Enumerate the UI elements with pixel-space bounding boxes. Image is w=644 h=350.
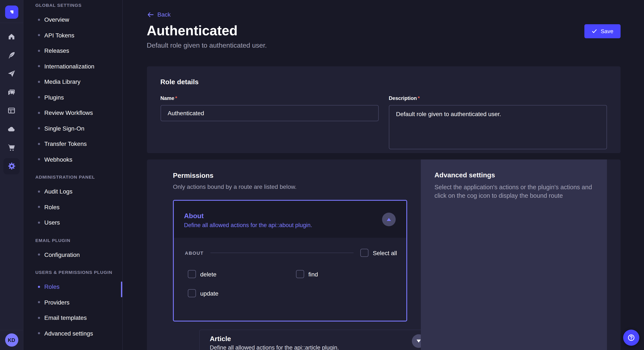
required-asterisk: * bbox=[175, 95, 177, 101]
media-library-icon[interactable] bbox=[7, 88, 16, 96]
accordion-article-subtitle: Define all allowed actions for the api::… bbox=[210, 345, 423, 350]
save-button[interactable]: Save bbox=[584, 24, 620, 38]
collapse-button[interactable] bbox=[382, 213, 396, 226]
strapi-logo[interactable] bbox=[5, 5, 18, 19]
question-mark-icon bbox=[627, 334, 636, 342]
role-details-card: Role details Name* Description* Default … bbox=[147, 66, 620, 153]
advanced-settings-title: Advanced settings bbox=[434, 172, 593, 179]
subnav-section-administration-panel: ADMINISTRATION PANEL bbox=[24, 174, 122, 180]
accordion-about: About Define all allowed actions for the… bbox=[173, 200, 407, 322]
permissions-subtitle: Only actions bound by a route are listed… bbox=[173, 183, 407, 190]
sidebar-item-email-templates[interactable]: Email templates bbox=[24, 310, 122, 326]
feather-icon[interactable] bbox=[7, 51, 16, 59]
select-all-label: Select all bbox=[373, 249, 397, 256]
select-all-checkbox[interactable] bbox=[360, 249, 368, 257]
update-label: update bbox=[200, 290, 218, 297]
role-details-title: Role details bbox=[160, 78, 607, 86]
group-divider bbox=[210, 253, 354, 253]
subnav-section-users-permissions-plugin: USERS & PERMISSIONS PLUGIN bbox=[24, 269, 122, 276]
bullet-icon bbox=[38, 301, 40, 303]
sidebar-item-api-tokens[interactable]: API Tokens bbox=[24, 27, 122, 43]
strapi-logo-icon bbox=[8, 8, 16, 16]
sidebar-item-review-workflows[interactable]: Review Workflows bbox=[24, 105, 122, 121]
bullet-icon bbox=[38, 206, 40, 208]
chevron-down-icon bbox=[416, 339, 421, 343]
name-field[interactable] bbox=[160, 105, 379, 121]
sidebar-item-internationalization[interactable]: Internationalization bbox=[24, 58, 122, 74]
sidebar-item-up-roles[interactable]: Roles bbox=[24, 279, 122, 295]
accordion-about-title: About bbox=[184, 212, 396, 220]
sidebar-item-up-advanced-settings[interactable]: Advanced settings bbox=[24, 326, 122, 341]
group-label: ABOUT bbox=[185, 250, 204, 255]
accordion-about-body: ABOUT Select all delete bbox=[174, 249, 406, 297]
sidebar-item-webhooks[interactable]: Webhooks bbox=[24, 152, 122, 167]
main-nav-rail: KD bbox=[0, 0, 24, 350]
sidebar-item-single-sign-on[interactable]: Single Sign-On bbox=[24, 121, 122, 136]
sidebar-item-plugins[interactable]: Plugins bbox=[24, 90, 122, 105]
sidebar-item-media-library[interactable]: Media Library bbox=[24, 74, 122, 90]
advanced-settings-description: Select the application's actions or the … bbox=[434, 183, 593, 200]
bullet-icon bbox=[38, 190, 40, 193]
page-subtitle: Default role given to authenticated user… bbox=[147, 42, 267, 49]
sidebar-item-audit-logs[interactable]: Audit Logs bbox=[24, 184, 122, 199]
bullet-icon bbox=[38, 112, 40, 114]
bullet-icon bbox=[38, 34, 40, 36]
sidebar-item-releases[interactable]: Releases bbox=[24, 43, 122, 58]
page-title: Authenticated bbox=[147, 23, 238, 39]
help-button[interactable] bbox=[623, 330, 639, 346]
update-checkbox[interactable] bbox=[188, 289, 196, 297]
bullet-icon bbox=[38, 127, 40, 130]
chevron-up-icon bbox=[386, 217, 392, 222]
paper-plane-icon[interactable] bbox=[7, 69, 16, 78]
sidebar-item-transfer-tokens[interactable]: Transfer Tokens bbox=[24, 136, 122, 152]
strapi-admin-app: KD GLOBAL SETTINGS Overview API Tokens R… bbox=[0, 0, 644, 350]
accordion-about-subtitle: Define all allowed actions for the api::… bbox=[184, 222, 396, 228]
advanced-settings-panel: Advanced settings Select the application… bbox=[421, 160, 607, 350]
permissions-title: Permissions bbox=[173, 172, 407, 180]
required-asterisk: * bbox=[418, 95, 420, 101]
cart-icon[interactable] bbox=[7, 143, 16, 152]
arrow-left-icon bbox=[147, 11, 154, 18]
bullet-icon bbox=[38, 254, 40, 256]
bullet-icon bbox=[38, 96, 40, 98]
description-field[interactable]: Default role given to authenticated user… bbox=[389, 105, 607, 149]
permission-item-update: update bbox=[188, 289, 296, 297]
back-link[interactable]: Back bbox=[147, 11, 170, 18]
home-icon[interactable] bbox=[7, 32, 16, 41]
bullet-icon bbox=[38, 143, 40, 145]
bullet-icon bbox=[38, 159, 40, 161]
subnav-section-email-plugin: EMAIL PLUGIN bbox=[24, 237, 122, 243]
accordion-article-title: Article bbox=[210, 335, 423, 343]
bullet-icon bbox=[38, 286, 40, 288]
accordion-article-header[interactable]: Article Define all allowed actions for t… bbox=[199, 330, 434, 350]
delete-label: delete bbox=[200, 271, 216, 278]
bullet-icon bbox=[38, 65, 40, 67]
sidebar-item-admin-roles[interactable]: Roles bbox=[24, 199, 122, 215]
sidebar-item-overview[interactable]: Overview bbox=[24, 12, 122, 27]
accordion-about-header[interactable]: About Define all allowed actions for the… bbox=[174, 201, 406, 238]
subnav-section-global-settings: GLOBAL SETTINGS bbox=[24, 2, 122, 8]
permission-item-find: find bbox=[296, 270, 404, 278]
find-label: find bbox=[308, 271, 318, 278]
permissions-card: Permissions Only actions bound by a rout… bbox=[147, 160, 620, 350]
sidebar-item-providers[interactable]: Providers bbox=[24, 295, 122, 310]
bullet-icon bbox=[38, 19, 40, 21]
find-checkbox[interactable] bbox=[296, 270, 304, 278]
delete-checkbox[interactable] bbox=[188, 270, 196, 278]
avatar[interactable]: KD bbox=[5, 334, 18, 347]
sidebar-item-admin-users[interactable]: Users bbox=[24, 215, 122, 230]
subnav-scroll-indicator[interactable] bbox=[121, 282, 122, 297]
bullet-icon bbox=[38, 222, 40, 224]
sidebar-item-configuration[interactable]: Configuration bbox=[24, 247, 122, 262]
cloud-icon[interactable] bbox=[7, 125, 16, 133]
layout-icon[interactable] bbox=[7, 106, 16, 115]
rail-bottom-divider bbox=[0, 330, 23, 331]
permissions-column: Permissions Only actions bound by a rout… bbox=[173, 160, 407, 322]
settings-subnav: GLOBAL SETTINGS Overview API Tokens Rele… bbox=[24, 0, 122, 350]
settings-nav-active[interactable] bbox=[4, 158, 20, 174]
main-content: Back Authenticated Default role given to… bbox=[122, 0, 644, 350]
bullet-icon bbox=[38, 332, 40, 335]
description-label: Description* bbox=[389, 95, 420, 101]
permission-item-delete: delete bbox=[188, 270, 296, 278]
bullet-icon bbox=[38, 317, 40, 319]
